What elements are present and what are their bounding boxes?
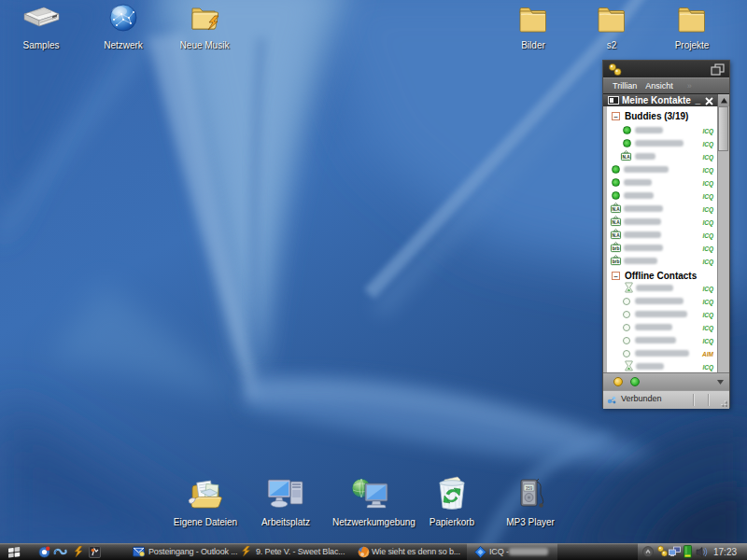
svg-text:359: 359 (526, 486, 533, 491)
svg-text:N.A: N.A (612, 207, 620, 212)
svg-text:brb: brb (613, 246, 620, 251)
svg-text:N.A: N.A (622, 155, 630, 160)
svg-text:brb: brb (613, 259, 620, 264)
svg-text:N.A: N.A (612, 233, 620, 238)
svg-text:N.A: N.A (612, 220, 620, 225)
